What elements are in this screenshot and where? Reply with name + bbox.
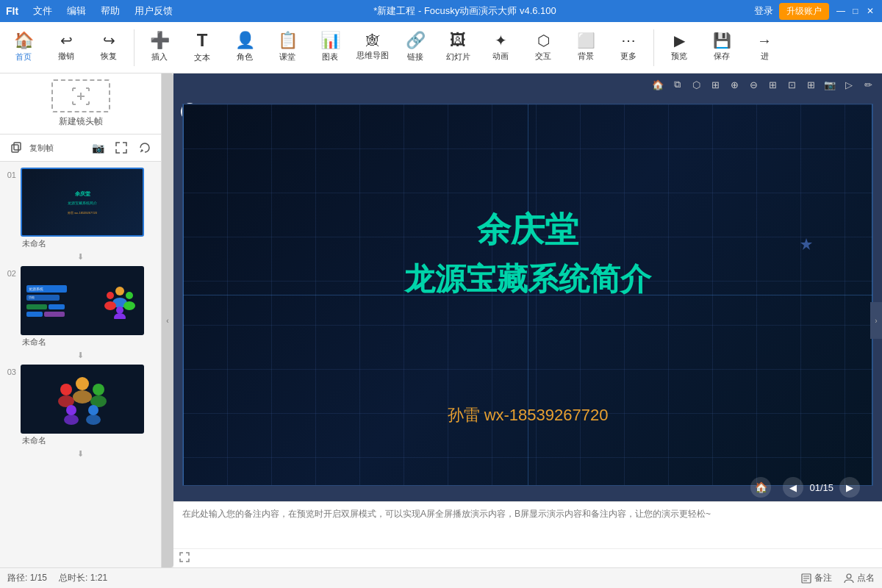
callname-label: 点名 <box>857 572 875 584</box>
toolbar-animation[interactable]: ✦ 动画 <box>480 24 521 71</box>
toolbar-insert-label: 插入 <box>151 51 168 62</box>
left-panel: 新建镜头帧 复制帧 📷 <box>0 74 162 567</box>
toolbar-link[interactable]: 🔗 链接 <box>395 24 436 71</box>
toolbar-redo[interactable]: ↪ 恢复 <box>88 24 129 71</box>
toolbar-more[interactable]: ⋯ 更多 <box>608 24 649 71</box>
toolbar-character[interactable]: 👤 角色 <box>224 24 265 71</box>
svg-point-15 <box>104 301 116 310</box>
canvas-snap-button[interactable]: ⊞ <box>803 76 819 93</box>
notes-input[interactable] <box>173 502 882 548</box>
menu-edit[interactable]: 编辑 <box>64 3 89 19</box>
statusbar-left: 路径: 1/15 总时长: 1:21 <box>7 572 107 584</box>
animation-icon: ✦ <box>495 33 507 48</box>
toolbar-character-label: 角色 <box>237 51 253 62</box>
redo-icon: ↪ <box>103 33 115 48</box>
statusbar-path: 路径: 1/15 <box>7 572 47 584</box>
toolbar-save-label: 保存 <box>714 51 730 62</box>
toolbar-classroom[interactable]: 📋 课堂 <box>267 24 308 71</box>
toolbar-interact[interactable]: ⬡ 交互 <box>523 24 564 71</box>
slide-thumbnail-3[interactable] <box>21 365 144 434</box>
toolbar-slideshow[interactable]: 🖼 幻灯片 <box>437 24 478 71</box>
canvas-align-button[interactable]: ⊞ <box>707 76 723 93</box>
rotate-button[interactable] <box>135 137 155 158</box>
callname-icon <box>844 573 854 584</box>
login-button[interactable]: 登录 <box>754 4 773 18</box>
canvas-toolbar: 🏠 ⧉ ⬡ ⊞ ⊕ ⊖ ⊞ ⊡ ⊞ 📷 ▷ ✏ <box>173 74 882 96</box>
svg-point-21 <box>73 390 92 404</box>
canvas-zoomout-button[interactable]: ⊖ <box>745 76 761 93</box>
toolbar-background[interactable]: ⬜ 背景 <box>565 24 606 71</box>
toolbar-divider-1 <box>134 29 135 66</box>
right-panel-toggle[interactable]: › <box>870 302 882 339</box>
toolbar-text[interactable]: T 文本 <box>182 24 223 71</box>
notes-label: 备注 <box>814 572 832 584</box>
upgrade-button[interactable]: 升级账户 <box>779 3 829 20</box>
slides-list: 01 余庆堂 龙源宝藏系统简介 孙雷 wx-18539267720 未命名 ⬇ … <box>0 162 161 567</box>
slide-content: 余庆堂 龙源宝藏系统简介 孙雷 wx-18539267720 <box>182 104 873 486</box>
toolbar-preview[interactable]: ▶ 预览 <box>659 24 700 71</box>
slide-canvas[interactable]: 余庆堂 龙源宝藏系统简介 孙雷 wx-18539267720 <box>173 96 882 494</box>
insert-icon: ➕ <box>150 32 170 49</box>
minimize-button[interactable]: — <box>835 5 847 17</box>
maximize-button[interactable]: □ <box>850 5 861 17</box>
copy-frame-button[interactable] <box>6 137 26 158</box>
toolbar-classroom-label: 课堂 <box>279 51 295 62</box>
canvas-home-button[interactable]: 🏠 <box>650 76 666 93</box>
link-icon: 🔗 <box>406 32 426 49</box>
slide-number-1: 01 <box>3 168 16 179</box>
svg-point-28 <box>88 405 98 415</box>
canvas-copy2-button[interactable]: ⬡ <box>688 76 704 93</box>
notes-expand-button[interactable] <box>179 552 190 564</box>
titlebar-left: FIt 文件 编辑 帮助 用户反馈 <box>6 3 176 19</box>
slide-thumb-wrapper-2: 龙源系统 功能 <box>21 266 158 348</box>
interact-icon: ⬡ <box>537 33 550 48</box>
slide-thumbnail-2[interactable]: 龙源系统 功能 <box>21 266 144 335</box>
nav-home-button[interactable]: 🏠 <box>750 477 771 498</box>
toolbar-mindmap[interactable]: 🕸 思维导图 <box>352 24 393 71</box>
slide-item-3: 03 <box>3 365 158 446</box>
callname-button[interactable]: 点名 <box>844 572 875 584</box>
notes-button[interactable]: 备注 <box>801 572 832 584</box>
slide-thumbnail-1[interactable]: 余庆堂 龙源宝藏系统简介 孙雷 wx-18539267720 <box>21 168 144 237</box>
titlebar-title: *新建工程 - Focusky动画演示大师 v4.6.100 <box>373 4 556 18</box>
canvas-zoomin-button[interactable]: ⊕ <box>726 76 742 93</box>
new-frame-button[interactable]: 新建镜头帧 <box>0 74 161 135</box>
toolbar-mindmap-label: 思维导图 <box>356 50 389 61</box>
resize-button[interactable] <box>111 137 132 158</box>
canvas-copy-button[interactable]: ⧉ <box>669 76 685 93</box>
next-icon: → <box>757 33 772 48</box>
text-icon: T <box>197 32 208 49</box>
toolbar-undo[interactable]: ↩ 撤销 <box>46 24 87 71</box>
toolbar-chart[interactable]: 📊 图表 <box>309 24 351 71</box>
svg-point-29 <box>86 415 101 425</box>
canvas-fit-button[interactable]: ⊡ <box>784 76 800 93</box>
save-icon: 💾 <box>713 33 731 48</box>
toolbar-home[interactable]: 🏠 首页 <box>3 24 44 71</box>
slideshow-icon: 🖼 <box>450 32 466 49</box>
canvas-edit-button[interactable]: ✏ <box>860 76 876 93</box>
canvas-play-button[interactable]: ▷ <box>841 76 857 93</box>
menu-feedback[interactable]: 用户反馈 <box>132 3 176 19</box>
panel-collapse-button[interactable]: ‹ <box>162 74 173 567</box>
menu-file[interactable]: 文件 <box>30 3 55 19</box>
statusbar: 路径: 1/15 总时长: 1:21 备注 点名 <box>0 567 882 588</box>
camera-button[interactable]: 📷 <box>87 137 108 158</box>
svg-rect-10 <box>12 145 18 152</box>
toolbar-insert[interactable]: ➕ 插入 <box>139 24 180 71</box>
nav-next-button[interactable]: ▶ <box>839 477 860 498</box>
svg-point-34 <box>847 574 851 578</box>
toolbar-next[interactable]: → 进 <box>744 24 785 71</box>
canvas-grid-button[interactable]: ⊞ <box>764 76 781 93</box>
svg-point-24 <box>93 384 104 395</box>
svg-point-17 <box>123 301 135 310</box>
slide-icon-2: ⬇ <box>3 351 158 360</box>
close-button[interactable]: ✕ <box>864 5 876 17</box>
toolbar-save[interactable]: 💾 保存 <box>701 24 742 71</box>
svg-point-18 <box>116 306 123 314</box>
menu-help[interactable]: 帮助 <box>98 3 123 19</box>
notes-bottom <box>173 548 882 567</box>
classroom-icon: 📋 <box>278 32 298 49</box>
nav-prev-button[interactable]: ◀ <box>783 477 803 498</box>
canvas-camera-button[interactable]: 📷 <box>822 76 838 93</box>
new-frame-icon <box>51 79 110 112</box>
